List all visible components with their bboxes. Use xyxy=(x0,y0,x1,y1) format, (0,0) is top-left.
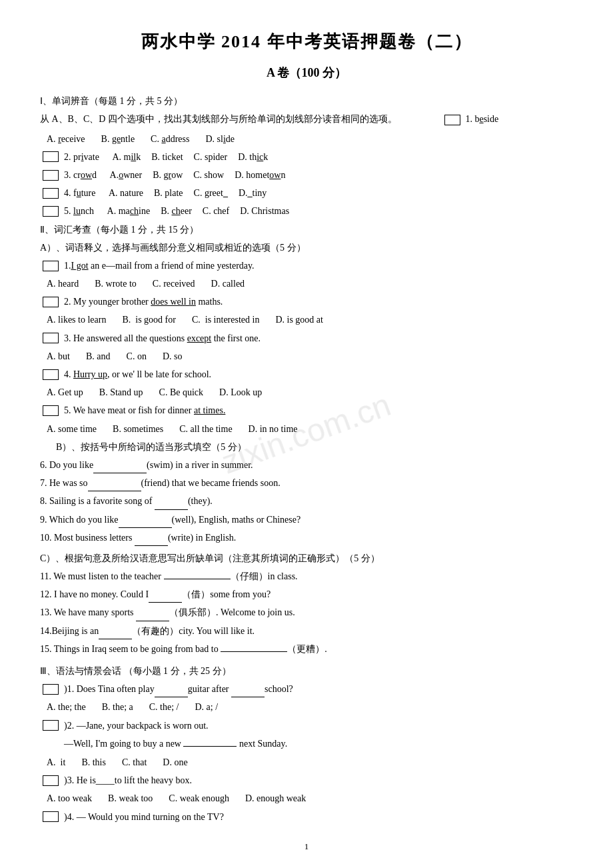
section3-header: Ⅲ、语法与情景会话 （每小题 1 分，共 25 分） xyxy=(40,663,573,679)
q4-optB: B. plate xyxy=(154,185,183,201)
q2-optB: B. ticket xyxy=(151,149,183,165)
iii-q4-bracket xyxy=(43,811,59,822)
iia-q3-bracket xyxy=(43,333,59,343)
iia-q3-text: 3. He answered all the questions except … xyxy=(64,330,261,347)
iia-q3-options: A. but B. and C. on D. so xyxy=(40,348,573,365)
q4-text: 4. future xyxy=(64,185,98,201)
iii-q3-text: )3. He is____to lift the heavy box. xyxy=(64,772,192,789)
iia-q1-text: 1.I got an e—mail from a friend of mine … xyxy=(64,257,255,274)
iii-q3-bracket xyxy=(43,775,59,786)
iib-q10: 10. Most business letters (write) in Eng… xyxy=(40,529,573,546)
iii-q1-bracket xyxy=(43,684,59,695)
iii-q3: )3. He is____to lift the heavy box. xyxy=(40,772,573,789)
q1-options: A. receive B. gentle C. address D. slide xyxy=(40,131,573,147)
iia-q1-options: A. heard B. wrote to C. received D. call… xyxy=(40,275,573,292)
iia-q5: 5. We have meat or fish for dinner at ti… xyxy=(40,402,573,419)
q3-optD: D. hometown xyxy=(235,167,285,183)
iii-q2-bracket xyxy=(43,720,59,731)
section2-partA-title: A）、词语释义，选择与画线部分意义相同或相近的选项（5 分） xyxy=(40,239,573,256)
q5-row: 5. lunch A. machine B. cheer C. chef D. … xyxy=(40,203,573,219)
iii-q2: )2. —Jane, your backpack is worn out. xyxy=(40,717,573,734)
iib-q7: 7. He was so(friend) that we became frie… xyxy=(40,475,573,491)
q4-optD: D._tiny xyxy=(239,185,267,201)
iic-q12: 12. I have no money. Could I（借）some from… xyxy=(40,586,573,603)
iic-q15: 15. Things in Iraq seem to be going from… xyxy=(40,641,573,657)
q4-row: 4. future A. nature B. plate C. greet_ D… xyxy=(40,185,573,201)
section2-partB-title: B）、按括号中所给词的适当形式填空（5 分） xyxy=(40,439,573,455)
section1-desc: 从 A、B、C、D 四个选项中，找出其划线部分与所给单词的划线部分读音相同的选项… xyxy=(40,111,573,127)
q2-text: 2. private xyxy=(64,149,101,165)
iia-q5-options: A. some time B. sometimes C. all the tim… xyxy=(40,421,573,437)
q3-bracket xyxy=(43,170,59,181)
iia-q2: 2. My younger brother does well in maths… xyxy=(40,293,573,310)
q3-optC: C. show xyxy=(193,167,224,183)
iia-q2-bracket xyxy=(43,297,59,307)
iii-q2-text: )2. —Jane, your backpack is worn out. xyxy=(64,717,209,734)
q5-optC: C. chef xyxy=(203,203,229,219)
page-title: 两水中学 2014 年中考英语押题卷（二） xyxy=(40,27,573,58)
q1-optC: C. address xyxy=(151,131,189,147)
iib-q9: 9. Which do you like(well), English, mat… xyxy=(40,511,573,528)
q1-text: 1. beside xyxy=(465,114,498,124)
q2-optD: D. thick xyxy=(238,149,268,165)
q5-optB: B. cheer xyxy=(161,203,192,219)
iii-q4-text: )4. — Would you mind turning on the TV? xyxy=(64,809,224,825)
section2-partC-title: C）、根据句意及所给汉语意思写出所缺单词（注意其所填词的正确形式）（5 分） xyxy=(40,550,573,567)
q1-bracket xyxy=(444,115,460,125)
iia-q4: 4. Hurry up, or we' ll be late for schoo… xyxy=(40,366,573,383)
iia-q1-bracket xyxy=(43,261,59,271)
q1-optB: B. gentle xyxy=(101,131,135,147)
q3-optB: B. grow xyxy=(153,167,183,183)
q5-bracket xyxy=(43,206,59,217)
iic-q11: 11. We must listen to the teacher （仔细）in… xyxy=(40,568,573,585)
iia-q4-text: 4. Hurry up, or we' ll be late for schoo… xyxy=(64,366,211,383)
q5-optD: D. Christmas xyxy=(240,203,289,219)
page-number: 1 xyxy=(40,839,573,854)
iia-q2-options: A. likes to learn B. is good for C. is i… xyxy=(40,311,573,328)
iii-q1-text: )1. Does Tina often playguitar after sch… xyxy=(64,681,293,697)
iib-q8: 8. Sailing is a favorite song of (they). xyxy=(40,493,573,509)
iia-q5-text: 5. We have meat or fish for dinner at ti… xyxy=(64,402,225,419)
q4-optA: A. nature xyxy=(109,185,143,201)
iib-q6: 6. Do you like(swim) in a river in summe… xyxy=(40,457,573,473)
q5-optA: A. machine xyxy=(107,203,151,219)
section2-header: Ⅱ、词汇考查（每小题 1 分，共 15 分） xyxy=(40,221,573,238)
iia-q4-bracket xyxy=(43,369,59,380)
q2-optC: C. spider xyxy=(194,149,228,165)
iii-q2-text2: —Well, I'm going to buy a new next Sunda… xyxy=(40,735,573,752)
iii-q2-options: A. it B. this C. that D. one xyxy=(40,754,573,771)
iii-q3-options: A. too weak B. weak too C. weak enough D… xyxy=(40,790,573,807)
iia-q3: 3. He answered all the questions except … xyxy=(40,330,573,347)
q1-optA: A. receive xyxy=(47,131,85,147)
iii-q1-options: A. the; the B. the; a C. the; / D. a; / xyxy=(40,699,573,715)
iia-q5-bracket xyxy=(43,405,59,416)
q2-bracket xyxy=(43,151,59,162)
q2-row: 2. private A. milk B. ticket C. spider D… xyxy=(40,149,573,165)
page-subtitle: A 卷（100 分） xyxy=(40,62,573,83)
iii-q1: )1. Does Tina often playguitar after sch… xyxy=(40,681,573,697)
iia-q1: 1.I got an e—mail from a friend of mine … xyxy=(40,257,573,274)
q4-optC: C. greet_ xyxy=(194,185,228,201)
section1-header: Ⅰ、单词辨音（每题 1 分，共 5 分） xyxy=(40,93,573,109)
iia-q4-options: A. Get up B. Stand up C. Be quick D. Loo… xyxy=(40,384,573,401)
iic-q13: 13. We have many sports （俱乐部）. Welcome t… xyxy=(40,604,573,621)
q5-text: 5. lunch xyxy=(64,203,97,219)
iic-q14: 14.Beijing is an（有趣的）city. You will like… xyxy=(40,623,573,639)
iia-q2-text: 2. My younger brother does well in maths… xyxy=(64,293,223,310)
q3-row: 3. crowd A.owner B. grow C. show D. home… xyxy=(40,167,573,183)
iii-q4: )4. — Would you mind turning on the TV? xyxy=(40,809,573,825)
q3-text: 3. crowd xyxy=(64,167,99,183)
q3-optA: A.owner xyxy=(110,167,143,183)
q1-optD: D. slide xyxy=(205,131,235,147)
q2-optA: A. milk xyxy=(112,149,141,165)
q4-bracket xyxy=(43,188,59,199)
